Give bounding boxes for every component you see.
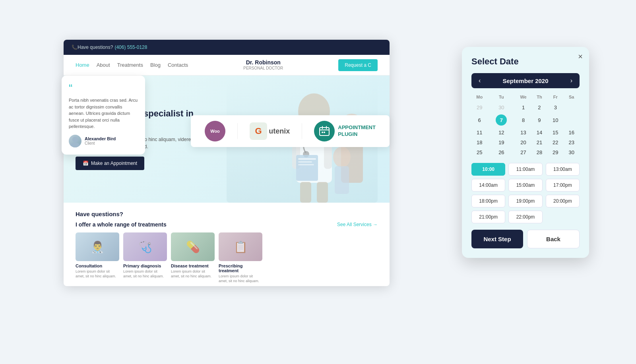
- appt-plugin-text: APPOINTMENTPLUGIN: [338, 124, 376, 138]
- cal-day[interactable]: 19: [487, 137, 515, 147]
- back-button[interactable]: Back: [527, 230, 580, 248]
- cal-week-5: 25 26 27 28 29 30: [471, 147, 580, 157]
- cal-day[interactable]: 29: [471, 103, 487, 112]
- appointment-btn[interactable]: 📅 Make an Appointment: [76, 157, 144, 170]
- nav-contacts[interactable]: Contacts: [168, 62, 188, 68]
- services-header: I offer a whole range of treatments See …: [76, 221, 378, 228]
- cal-day[interactable]: 20: [515, 137, 531, 147]
- service-desc-3: Lorem ipsum dolor sit amet, sit no hinc …: [171, 269, 215, 279]
- service-name-4: Prescribing treatment: [219, 263, 262, 273]
- services-section: I offer a whole range of treatments See …: [64, 217, 390, 286]
- nav-about[interactable]: About: [97, 62, 110, 68]
- time-slot-1100[interactable]: 11:00am: [508, 163, 542, 176]
- appt-icon: [314, 121, 335, 141]
- cal-day[interactable]: 3: [547, 103, 563, 112]
- service-img-diagnosis: 🩺: [123, 232, 167, 261]
- time-slot-1700[interactable]: 17:00pm: [546, 179, 580, 192]
- cal-day[interactable]: [564, 112, 580, 128]
- cal-day[interactable]: 30: [564, 147, 580, 157]
- cal-day[interactable]: 1: [515, 103, 531, 112]
- cal-day[interactable]: 29: [547, 147, 563, 157]
- time-slot-1400[interactable]: 14:00am: [471, 179, 505, 192]
- cal-day[interactable]: 25: [471, 147, 487, 157]
- date-picker-modal: × Select Date ‹ September 2020 › Mo Tu W…: [462, 47, 589, 258]
- plugin-logos-bar: Woo G utenix APPOINTMENTPLUGIN: [191, 115, 390, 147]
- time-slots-grid: 10:00 11:00am 13:00am 14:00am 15:00am 17…: [471, 163, 580, 223]
- woocommerce-logo: Woo: [205, 121, 225, 141]
- day-header-fr: Fr: [547, 93, 563, 103]
- cal-day[interactable]: 22: [547, 137, 563, 147]
- cal-day[interactable]: 6: [471, 112, 487, 128]
- cal-day[interactable]: 14: [531, 128, 547, 137]
- service-name-3: Disease treatment: [171, 263, 215, 268]
- cal-week-2: 6 7 8 9 10: [471, 112, 580, 128]
- next-step-button[interactable]: Next Step: [471, 230, 523, 248]
- time-slot-2200[interactable]: 22:00pm: [508, 211, 542, 223]
- see-all-link[interactable]: See All Services →: [337, 222, 378, 227]
- svg-rect-5: [317, 182, 328, 203]
- site-logo: Dr. Robinson PERSONAL DOCTOR: [243, 59, 283, 71]
- cal-day[interactable]: 9: [531, 112, 547, 128]
- time-slot-2000[interactable]: 20:00pm: [546, 195, 580, 207]
- cal-day[interactable]: [564, 103, 580, 112]
- close-button[interactable]: ×: [578, 52, 583, 60]
- cal-week-4: 18 19 20 21 22 23: [471, 137, 580, 147]
- testimonial-card: “ Porta nibh venenatis cras sed. Arcu ac…: [62, 76, 145, 155]
- divider-1: [237, 123, 238, 139]
- services-title: I offer a whole range of treatments: [76, 221, 167, 228]
- service-img-disease: 💊: [171, 232, 215, 261]
- author-info: Alexander Bird Client: [85, 136, 116, 145]
- next-month-button[interactable]: ›: [569, 77, 574, 84]
- svg-rect-8: [298, 158, 316, 160]
- avatar-illustration: [69, 135, 81, 147]
- cal-day[interactable]: 26: [487, 147, 515, 157]
- cal-day[interactable]: 16: [564, 128, 580, 137]
- cal-day[interactable]: 18: [471, 137, 487, 147]
- service-img-prescribing: 📋: [219, 232, 262, 261]
- prev-month-button[interactable]: ‹: [477, 77, 482, 84]
- gutenix-text: utenix: [269, 127, 290, 136]
- day-header-we: We: [515, 93, 531, 103]
- day-header-th: Th: [531, 93, 547, 103]
- cal-week-3: 11 12 13 14 15 16: [471, 128, 580, 137]
- cal-day[interactable]: 12: [487, 128, 515, 137]
- cal-day[interactable]: 8: [515, 112, 531, 128]
- cal-day[interactable]: 15: [547, 128, 563, 137]
- service-consultation: 👨‍⚕️ Consultation Lorem ipsum dolor sit …: [76, 232, 119, 283]
- quote-icon: “: [69, 83, 138, 94]
- time-slot-1900[interactable]: 19:00pm: [508, 195, 542, 207]
- topbar-phone: (406) 555-0128: [114, 45, 147, 50]
- time-slot-1800[interactable]: 18:00pm: [471, 195, 505, 207]
- service-desc-1: Lorem ipsum dolor sit amet, sit no hinc …: [76, 269, 119, 279]
- cal-day[interactable]: 11: [471, 128, 487, 137]
- svg-rect-10: [298, 164, 314, 165]
- nav-home[interactable]: Home: [76, 62, 89, 68]
- service-name-2: Primary diagnosis: [123, 263, 167, 268]
- calendar-icon: 📅: [83, 161, 89, 166]
- time-slot-2100[interactable]: 21:00pm: [471, 211, 505, 223]
- time-slot-1500[interactable]: 15:00am: [508, 179, 542, 192]
- cal-day[interactable]: 28: [531, 147, 547, 157]
- cal-day[interactable]: 10: [547, 112, 563, 128]
- topbar-question: Have questions?: [78, 45, 113, 50]
- cal-day[interactable]: 2: [531, 103, 547, 112]
- day-header-tu: Tu: [487, 93, 515, 103]
- cal-day[interactable]: 27: [515, 147, 531, 157]
- cal-day[interactable]: 21: [531, 137, 547, 147]
- cal-day[interactable]: 23: [564, 137, 580, 147]
- request-btn[interactable]: Request a C: [338, 59, 378, 71]
- time-slot-1000[interactable]: 10:00: [471, 163, 505, 176]
- svg-point-21: [322, 132, 323, 133]
- nav-blog[interactable]: Blog: [150, 62, 161, 68]
- calendar-svg: [318, 125, 330, 137]
- day-header-mo: Mo: [471, 93, 487, 103]
- calendar-grid: Mo Tu We Th Fr Sa 29 30 1 2 3 6 7 8 9: [471, 93, 580, 157]
- service-name-1: Consultation: [76, 263, 119, 268]
- time-slot-1300[interactable]: 13:00am: [546, 163, 580, 176]
- cal-day[interactable]: 30: [487, 103, 515, 112]
- site-nav: Home About Treatments Blog Contacts Dr. …: [64, 55, 390, 76]
- cal-day[interactable]: 13: [515, 128, 531, 137]
- nav-treatments[interactable]: Treatments: [117, 62, 143, 68]
- service-diagnosis: 🩺 Primary diagnosis Lorem ipsum dolor si…: [123, 232, 167, 283]
- cal-day-selected[interactable]: 7: [487, 112, 515, 128]
